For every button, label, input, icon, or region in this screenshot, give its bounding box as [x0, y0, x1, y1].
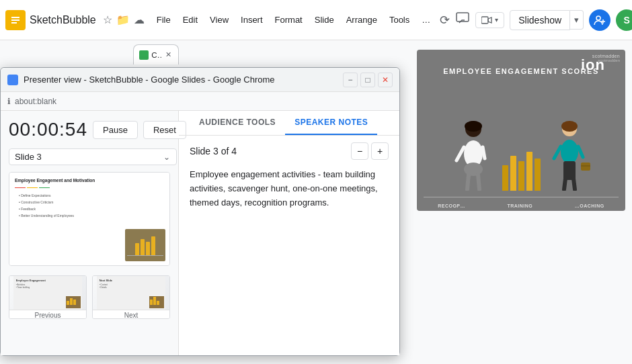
maximize-button[interactable]: □ [360, 73, 375, 87]
pw-window-controls: − □ ✕ [343, 73, 393, 87]
svg-point-6 [596, 16, 600, 20]
next-thumb-label: Next [93, 310, 169, 319]
person-left-svg [450, 117, 497, 191]
title-icons: ☆ 📁 ☁ [103, 13, 145, 26]
nav-thumbnails: Employee Engagement • Activities • Team … [9, 275, 170, 319]
prev-thumb-label: Previous [9, 310, 86, 319]
preview-line-1: • Constructive Criticism [19, 200, 164, 204]
speaker-notes-tab[interactable]: SPEAKER NOTES [285, 111, 377, 135]
svg-point-18 [561, 140, 578, 164]
pw-content: 00:00:54 Pause Reset Slide 3 Slide 1 Sli… [1, 111, 399, 355]
svg-line-12 [483, 147, 485, 158]
pw-url-bar: ℹ about:blank [1, 92, 399, 111]
pw-title-text: Presenter view - SketchBubble - Google S… [24, 75, 338, 85]
slide-selector: Slide 3 Slide 1 Slide 2 Slide 4 ⌄ [9, 148, 170, 165]
preview-underline [15, 187, 164, 188]
comment-icon[interactable] [455, 11, 470, 29]
app-title: SketchBubble [30, 14, 96, 26]
main-app: SketchBubble ☆ 📁 ☁ File Edit View Insert… [0, 0, 632, 364]
svg-rect-2 [11, 19, 19, 21]
slide-labels: RECOGP… TRAINING …OACHING [417, 203, 625, 208]
svg-line-23 [574, 179, 575, 189]
slideshow-button[interactable]: Slideshow [510, 10, 570, 30]
svg-point-16 [465, 121, 482, 132]
next-slide-thumb[interactable]: Next Slide • Content • Details [92, 275, 170, 319]
svg-point-26 [561, 121, 578, 132]
person-right-svg [546, 117, 593, 191]
presenter-window: Presenter view - SketchBubble - Google S… [0, 67, 400, 356]
svg-line-20 [578, 146, 583, 157]
star-icon[interactable]: ☆ [103, 13, 112, 26]
video-btn[interactable]: ▾ [475, 12, 504, 28]
preview-chart-placeholder [125, 229, 165, 261]
pw-right-panel: AUDIENCE TOOLS SPEAKER NOTES Slide 3 of … [179, 111, 399, 355]
svg-rect-1 [11, 17, 19, 18]
pw-url-text: about:blank [15, 97, 56, 106]
prev-thumb-slide: Employee Engagement • Activities • Team … [9, 276, 86, 310]
font-increase-button[interactable]: + [371, 142, 389, 160]
notes-text: Employee engagement activities - team bu… [190, 168, 389, 210]
folder-icon[interactable]: 📁 [116, 13, 130, 26]
tab-3[interactable]: Cre… ✕ [133, 44, 178, 64]
current-slide-preview: Employee Engagement and Motivation • Def… [9, 172, 170, 266]
slide-select-dropdown[interactable]: Slide 3 Slide 1 Slide 2 Slide 4 [9, 148, 177, 165]
svg-line-22 [564, 179, 565, 189]
cloud-icon[interactable]: ☁ [134, 13, 145, 26]
logo-area: SketchBubble [5, 10, 96, 30]
previous-slide-thumb[interactable]: Employee Engagement • Activities • Team … [9, 275, 87, 319]
svg-line-14 [467, 175, 469, 189]
slide-bar-chart [502, 130, 541, 191]
video-dropdown-icon: ▾ [495, 16, 498, 24]
preview-line-0: • Define Expectations [19, 193, 164, 197]
top-bar: SketchBubble ☆ 📁 ☁ File Edit View Insert… [0, 0, 632, 40]
pause-button[interactable]: Pause [93, 121, 138, 139]
slideshow-btn-group: Slideshow ▾ [510, 10, 584, 30]
menu-edit[interactable]: Edit [177, 12, 203, 28]
preview-line-3: • Better Understanding of Employees [19, 214, 164, 218]
history-icon[interactable]: ⟳ [440, 13, 450, 28]
slide-canvas: scotmadden scotmadden ion EMPLOYEE ENGAG… [417, 50, 625, 211]
user-avatar[interactable]: S [616, 9, 632, 31]
menu-tools[interactable]: Tools [384, 12, 415, 28]
menu-slide[interactable]: Slide [309, 12, 340, 28]
svg-rect-5 [481, 17, 488, 24]
pw-left-panel: 00:00:54 Pause Reset Slide 3 Slide 1 Sli… [1, 111, 179, 355]
menu-arrange[interactable]: Arrange [341, 12, 383, 28]
menu-insert[interactable]: Insert [235, 12, 268, 28]
menu-more[interactable]: … [416, 12, 436, 28]
font-decrease-button[interactable]: − [351, 142, 368, 160]
timer-row: 00:00:54 Pause Reset [9, 119, 170, 140]
preview-title: Employee Engagement and Motivation [15, 178, 164, 183]
menu-format[interactable]: Format [270, 12, 308, 28]
minimize-button[interactable]: − [343, 73, 358, 87]
svg-point-27 [8, 75, 17, 85]
tab-favicon-3 [139, 50, 149, 60]
menu-file[interactable]: File [151, 12, 176, 28]
speaker-notes-content: Employee engagement activities - team bu… [179, 165, 399, 355]
svg-line-19 [554, 146, 561, 158]
toolbar-right: ⟳ ▾ Slideshow ▾ [440, 9, 632, 31]
font-controls: − + [351, 142, 389, 160]
next-thumb-slide: Next Slide • Content • Details [93, 276, 169, 310]
slide-title: EMPLOYEE ENGAGEMENT SCORES [417, 64, 625, 77]
audience-tools-tab[interactable]: AUDIENCE TOOLS [190, 111, 285, 135]
menu-bar: File Edit View Insert Format Slide Arran… [151, 12, 436, 28]
pw-title-bar: Presenter view - SketchBubble - Google S… [1, 68, 399, 92]
slide-figures [424, 83, 619, 191]
tab-label-3: Cre… [151, 51, 161, 59]
notes-header: Slide 3 of 4 − + [179, 136, 399, 165]
timer-display: 00:00:54 [9, 119, 87, 140]
svg-line-15 [478, 175, 479, 189]
svg-line-11 [457, 147, 464, 161]
pw-tabs: AUDIENCE TOOLS SPEAKER NOTES [179, 111, 399, 136]
slideshow-dropdown-button[interactable]: ▾ [570, 10, 584, 30]
chart-baseline [424, 197, 619, 197]
svg-rect-24 [581, 163, 590, 171]
menu-view[interactable]: View [204, 12, 234, 28]
tab-close-3[interactable]: ✕ [164, 50, 173, 60]
pw-browser-icon [7, 75, 18, 85]
collab-icon[interactable] [589, 9, 610, 31]
slide-info: Slide 3 of 4 [190, 146, 237, 156]
preview-line-2: • Feedback [19, 207, 164, 211]
close-button[interactable]: ✕ [378, 73, 393, 87]
